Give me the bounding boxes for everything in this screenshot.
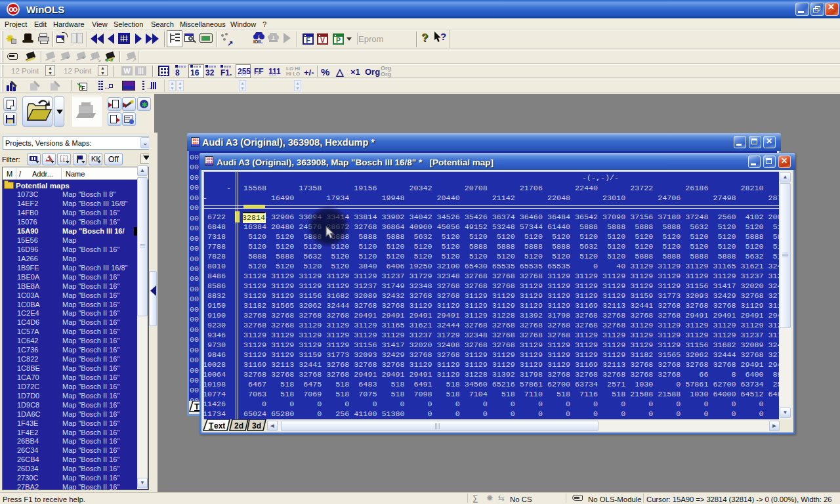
svg-text:2d: 2d bbox=[234, 421, 243, 430]
svg-text:T: T bbox=[209, 421, 214, 430]
svg-text:ext: ext bbox=[214, 421, 225, 430]
svg-text:T: T bbox=[194, 402, 200, 411]
svg-text:3d: 3d bbox=[252, 421, 261, 430]
